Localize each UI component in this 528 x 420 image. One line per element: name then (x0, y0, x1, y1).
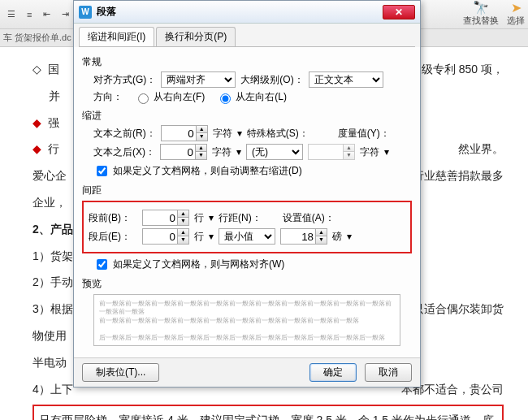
direction-label: 方向： (93, 90, 123, 104)
measure-spinner[interactable]: ▲▼ (308, 144, 355, 160)
spinner-up-icon[interactable]: ▲ (196, 126, 207, 133)
doc-line: 企业， (32, 190, 67, 215)
numbering-icon[interactable]: ≡ (23, 7, 36, 22)
doc-item: 4）上下 (32, 377, 73, 402)
dialog-button-bar: 制表位(T)... 确定 取消 (74, 357, 420, 387)
unit-line: 行 (194, 211, 204, 225)
doc-item: 3）根据 (32, 297, 73, 322)
after-para-label: 段后(E)： (89, 230, 137, 244)
set-value-label: 设置值(A)： (283, 211, 335, 225)
section-indent: 缩进 (82, 109, 412, 123)
before-para-label: 段前(B)： (89, 211, 137, 225)
unit-char: 字符 (212, 145, 232, 159)
doc-line: 行 (48, 136, 59, 162)
direction-ltr-radio[interactable]: 从左向右(L) (216, 90, 287, 104)
doc-heading: 2、产品 (32, 217, 73, 242)
dialog-pane: 常规 对齐方式(G)： 两端对齐 大纲级别(O)： 正文文本 方向： 从右向左(… (74, 47, 420, 357)
cancel-button[interactable]: 取消 (365, 363, 412, 382)
binoculars-icon: 🔭 (473, 2, 489, 15)
doc-line: 强 (48, 110, 59, 136)
app-logo-icon: W (79, 6, 92, 19)
doc-line: 爱心企 (32, 163, 67, 188)
tab-line-page-break[interactable]: 换行和分页(P) (156, 27, 236, 46)
doc-line-tail: 只适合偶尔装卸货 (413, 297, 504, 322)
tabstops-button[interactable]: 制表位(T)... (82, 363, 159, 382)
before-para-spinner[interactable]: ▲▼ (142, 210, 189, 226)
line-spacing-select[interactable]: 最小值 (219, 228, 275, 245)
spinner-up-icon[interactable]: ▲ (177, 229, 188, 236)
dialog-titlebar[interactable]: W 段落 ✕ (74, 1, 420, 24)
special-select[interactable]: (无) (246, 144, 303, 160)
outline-label: 大纲级别(O)： (240, 73, 303, 87)
select-group[interactable]: ➤ 选择 (507, 2, 525, 27)
spinner-down-icon[interactable]: ▼ (177, 236, 188, 244)
set-value-spinner[interactable]: ▲▼ (280, 228, 327, 245)
indent-left-icon[interactable]: ⇤ (39, 6, 54, 22)
unit-pt: 磅 (332, 230, 342, 244)
spinner-down-icon[interactable]: ▼ (343, 152, 354, 159)
after-text-label: 文本之后(X)： (93, 145, 155, 159)
line-spacing-label: 行距(N)： (219, 211, 262, 225)
spinner-down-icon[interactable]: ▼ (315, 236, 327, 244)
spinner-down-icon[interactable]: ▼ (196, 133, 207, 141)
auto-indent-checkbox[interactable]: 如果定义了文档网格，则自动调整右缩进(D) (93, 163, 412, 179)
section-spacing: 间距 (82, 184, 412, 197)
doc-line-tail: 然业界。 (458, 136, 504, 162)
bullets-icon[interactable]: ☰ (3, 6, 19, 22)
select-label: 选择 (507, 15, 525, 27)
section-general: 常规 (82, 55, 412, 69)
preview-box: 前一般落前一般落前一般落前一般落前一般落前一般落前一般落前一般落前一般落前一般落… (93, 294, 400, 346)
unit-line: 行 (194, 230, 204, 244)
spinner-up-icon[interactable]: ▲ (195, 145, 206, 152)
diamond-bullet: ◇ (32, 57, 41, 82)
spinner-up-icon[interactable]: ▲ (177, 210, 188, 218)
after-text-spinner[interactable]: ▲▼ (160, 144, 207, 160)
unit-char: 字符 (213, 127, 232, 141)
before-text-label: 文本之前(R)： (93, 127, 156, 141)
align-select[interactable]: 两端对齐 (161, 71, 236, 88)
spinner-up-icon[interactable]: ▲ (343, 145, 354, 152)
before-text-spinner[interactable]: ▲▼ (161, 125, 208, 141)
outline-select[interactable]: 正文文本 (309, 71, 383, 88)
direction-rtl-radio[interactable]: 从右向左(F) (134, 90, 205, 104)
cursor-icon: ➤ (511, 2, 522, 15)
dialog-title: 段落 (97, 5, 116, 19)
after-para-spinner[interactable]: ▲▼ (142, 228, 189, 245)
dialog-tabs: 缩进和间距(I) 换行和分页(P) (74, 24, 420, 46)
ok-button[interactable]: 确定 (309, 363, 357, 382)
measure-label: 度量值(Y)： (338, 127, 390, 141)
highlighted-paragraph: 只有两层阶梯，宽度接近 4 米，建议固定式门梯，宽度 2.5 米，余 1.5 米… (32, 405, 504, 420)
tab-indent-spacing[interactable]: 缩进和间距(I) (79, 27, 154, 46)
find-replace-group[interactable]: 🔭 查找替换 (463, 2, 499, 27)
section-preview: 预览 (82, 277, 412, 291)
special-label: 特殊格式(S)： (247, 127, 309, 141)
paragraph-dialog: W 段落 ✕ 缩进和间距(I) 换行和分页(P) 常规 对齐方式(G)： 两端对… (73, 0, 421, 388)
diamond-bullet-red: ◆ (32, 110, 41, 136)
spinner-down-icon[interactable]: ▼ (177, 218, 188, 225)
doc-line: 国 (48, 57, 59, 82)
unit-char: 字符 (360, 145, 379, 159)
document-tab[interactable]: 车 货架报价单.dc (3, 32, 71, 44)
grid-align-checkbox[interactable]: 如果定义了文档网格，则与网格对齐(W) (93, 257, 412, 272)
diamond-bullet-red: ◆ (32, 136, 41, 162)
doc-line: 并 (49, 84, 60, 109)
spacing-highlight-box: 段前(B)： ▲▼ 行▾ 行距(N)： 设置值(A)： 段后(E)： ▲▼ 行▾… (82, 201, 412, 253)
align-label: 对齐方式(G)： (93, 73, 156, 87)
spinner-down-icon[interactable]: ▼ (195, 152, 206, 159)
close-button[interactable]: ✕ (383, 5, 415, 19)
spinner-up-icon[interactable]: ▲ (315, 229, 327, 236)
indent-right-icon[interactable]: ⇥ (58, 6, 73, 22)
find-replace-label: 查找替换 (463, 15, 499, 27)
